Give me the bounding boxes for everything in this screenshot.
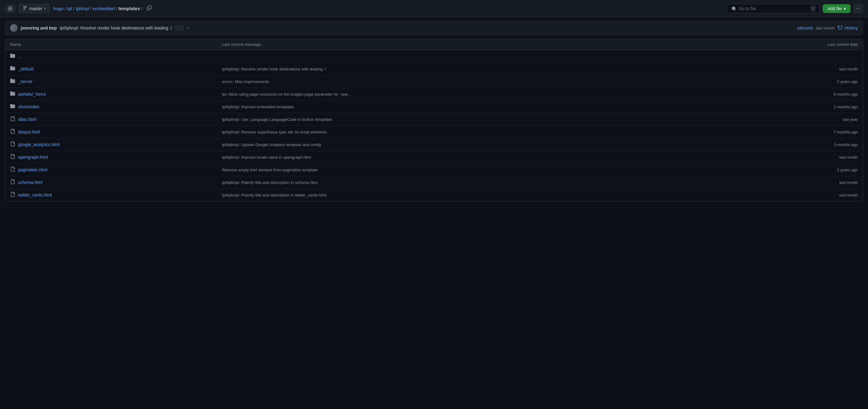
add-file-label: Add file [828,6,842,11]
file-table: Name Last commit message Last commit dat… [5,39,863,201]
commit-message-cell: Remove empty href element from paginatio… [222,167,646,172]
file-icon [10,192,15,197]
file-name-cell[interactable]: schema.html [10,179,222,185]
search-shortcut: t [810,6,816,11]
commit-message-cell: tpl/tplimpl: Plainify title and descript… [222,193,646,197]
date-cell: last month [646,67,858,71]
date-cell: last month [646,193,858,197]
history-label: History [844,26,858,30]
file-icon [10,179,15,184]
breadcrumb-sep-2: / [73,6,74,11]
date-cell: 6 months ago [646,92,858,97]
col-name-header: Name [10,42,222,47]
branch-name: master [29,6,42,11]
check-status-icon: ✓ [187,26,190,30]
topbar-right: t Add file ▾ ··· [727,4,863,13]
commit-message-cell: tpl/tplimpl: Improve locale value in ope… [222,155,646,160]
table-row[interactable]: alias.html tpl/tplimpl: Use .Language.La… [5,113,863,126]
add-file-button[interactable]: Add file ▾ [823,4,850,13]
commit-message-cell: tpl/tplimpl: Plainify title and descript… [222,180,646,185]
search-box[interactable]: t [727,4,820,13]
commit-hash: b893a09 · last month [797,26,835,30]
folder-icon [10,53,15,58]
date-cell: 2 months ago [646,104,858,109]
folder-icon [10,104,15,108]
commit-bar-left: jmooring and bep tpl/tplimpl: Resolve re… [10,24,190,32]
commit-message-cell: tpl/tplimpl: Remove superfluous type att… [222,130,646,134]
search-icon [732,6,736,11]
file-name-cell[interactable]: pagination.html [10,167,222,173]
commit-authors: jmooring and bep [21,26,57,30]
sidebar-toggle-button[interactable] [5,4,16,13]
folder-icon [10,66,15,71]
commit-message-cell: tpl/tplimpl: Update Google Analytics tem… [222,143,646,147]
file-icon [10,154,15,159]
date-cell: 2 years ago [646,79,858,84]
file-name-cell[interactable]: twitter_cards.html [10,192,222,198]
clock-icon [838,26,842,30]
date-cell: last year [646,117,858,122]
commit-message-cell: tpl: Allow using page resources on the i… [222,92,646,97]
commit-message-cell: tpl/tplimpl: Improve embedded templates [222,104,646,109]
table-row[interactable]: .. [5,50,863,63]
file-icon [10,116,15,121]
file-name-cell[interactable]: _server [10,78,222,85]
file-name-cell[interactable]: google_analytics.html [10,141,222,148]
breadcrumb: hugo / tpl / tplimpl / embedded / templa… [53,6,143,11]
breadcrumb-sep-1: / [65,6,66,11]
breadcrumb-templates: templates [118,6,140,11]
history-button[interactable]: History [838,26,858,30]
search-input[interactable] [739,6,808,11]
table-row[interactable]: partials/_funcs tpl: Allow using page re… [5,88,863,100]
copy-path-button[interactable] [146,4,153,12]
table-row[interactable]: pagination.html Remove empty href elemen… [5,164,863,176]
file-name-cell[interactable]: _default [10,66,222,72]
table-row[interactable]: opengraph.html tpl/tplimpl: Improve loca… [5,151,863,164]
breadcrumb-tpl[interactable]: tpl [67,6,72,11]
table-body: .. _default tpl/tplimpl: Resolve render … [5,50,863,201]
file-name-cell[interactable]: alias.html [10,116,222,122]
branch-chevron-icon: ▾ [44,6,46,10]
more-options-button[interactable]: ··· [854,4,863,13]
file-icon [10,141,15,146]
add-file-chevron-icon: ▾ [844,6,846,11]
avatar [10,24,18,32]
table-row[interactable]: _default tpl/tplimpl: Resolve render hoo… [5,63,863,75]
file-name-cell[interactable]: shortcodes [10,104,222,110]
breadcrumb-sep-5: / [141,6,143,11]
breadcrumb-sep-3: / [90,6,92,11]
table-row[interactable]: twitter_cards.html tpl/tplimpl: Plainify… [5,189,863,201]
table-row[interactable]: shortcodes tpl/tplimpl: Improve embedded… [5,100,863,113]
table-header: Name Last commit message Last commit dat… [5,39,863,50]
table-row[interactable]: google_analytics.html tpl/tplimpl: Updat… [5,138,863,151]
date-cell: 3 years ago [646,167,858,172]
date-cell: last month [646,180,858,185]
breadcrumb-embedded[interactable]: embedded [93,6,115,11]
file-name-cell[interactable]: partials/_funcs [10,91,222,97]
file-icon [10,129,15,134]
file-icon [10,167,15,171]
commit-message-cell: tpl/tplimpl: Resolve render hook destina… [222,67,646,71]
commit-message-cell: tpl/tplimpl: Use .Language.LanguageCode … [222,117,646,122]
file-name-cell[interactable]: disqus.html [10,129,222,135]
commit-message[interactable]: tpl/tplimpl: Resolve render hook destina… [60,26,172,30]
breadcrumb-hugo[interactable]: hugo [53,6,63,11]
branch-selector[interactable]: master ▾ [19,4,50,13]
table-row[interactable]: schema.html tpl/tplimpl: Plainify title … [5,176,863,189]
more-icon: ··· [856,6,860,11]
file-name-cell[interactable]: .. [10,53,222,59]
col-date-header: Last commit date [646,42,858,47]
file-name-cell[interactable]: opengraph.html [10,154,222,160]
folder-icon [10,91,15,96]
breadcrumb-sep-4: / [116,6,117,11]
date-cell: last month [646,155,858,160]
date-cell: 3 months ago [646,143,858,147]
commit-expand-button[interactable]: ··· [175,25,184,31]
branch-icon [23,5,27,11]
topbar-left: master ▾ hugo / tpl / tplimpl / embedded… [5,4,153,13]
folder-icon [10,78,15,83]
breadcrumb-tplimpl[interactable]: tplimpl [76,6,89,11]
commit-bar: jmooring and bep tpl/tplimpl: Resolve re… [5,21,863,35]
table-row[interactable]: _server errors: Misc improvements 2 year… [5,75,863,88]
table-row[interactable]: disqus.html tpl/tplimpl: Remove superflu… [5,126,863,138]
